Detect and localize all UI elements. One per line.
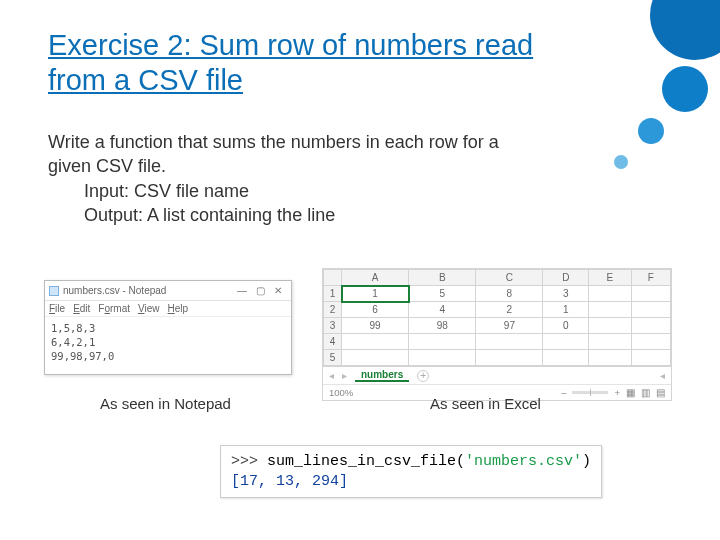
desc-line: Write a function that sums the numbers i… bbox=[48, 130, 518, 179]
cell bbox=[476, 334, 543, 350]
menu-format: Format bbox=[98, 303, 130, 314]
row-header: 2 bbox=[324, 302, 342, 318]
cell: 98 bbox=[409, 318, 476, 334]
col-header: C bbox=[476, 270, 543, 286]
notepad-title: numbers.csv - Notepad bbox=[63, 285, 166, 296]
view-break-icon: ▤ bbox=[656, 387, 665, 398]
row-header: 3 bbox=[324, 318, 342, 334]
table-row: 5 bbox=[324, 350, 671, 366]
cell bbox=[631, 334, 670, 350]
deco-circle-small bbox=[638, 118, 664, 144]
caption-notepad: As seen in Notepad bbox=[100, 395, 231, 412]
col-header: F bbox=[631, 270, 670, 286]
cell bbox=[589, 334, 631, 350]
notepad-icon bbox=[49, 286, 59, 296]
table-row: 1 1 5 8 3 bbox=[324, 286, 671, 302]
row-header: 1 bbox=[324, 286, 342, 302]
menu-view: View bbox=[138, 303, 160, 314]
cell bbox=[409, 350, 476, 366]
tab-prev-icon: ◂ bbox=[329, 370, 334, 381]
sheet-tab: numbers bbox=[355, 369, 409, 382]
cell: 0 bbox=[543, 318, 589, 334]
cell bbox=[543, 334, 589, 350]
cell: 1 bbox=[543, 302, 589, 318]
deco-circle-med bbox=[662, 66, 708, 112]
notepad-menu: File Edit Format View Help bbox=[45, 301, 291, 317]
col-header: D bbox=[543, 270, 589, 286]
slide-title: Exercise 2: Sum row of numbers read from… bbox=[48, 28, 568, 98]
deco-circle-large bbox=[650, 0, 720, 60]
cell bbox=[589, 286, 631, 302]
cell bbox=[342, 350, 409, 366]
row-header: 5 bbox=[324, 350, 342, 366]
cell bbox=[631, 318, 670, 334]
cell: 2 bbox=[476, 302, 543, 318]
excel-corner bbox=[324, 270, 342, 286]
cell bbox=[476, 350, 543, 366]
zoom-in-icon: + bbox=[614, 387, 620, 398]
menu-help: Help bbox=[168, 303, 189, 314]
cell: 99 bbox=[342, 318, 409, 334]
cell: 5 bbox=[409, 286, 476, 302]
cell bbox=[409, 334, 476, 350]
desc-input: Input: CSV file name bbox=[84, 179, 518, 203]
excel-header-row: A B C D E F bbox=[324, 270, 671, 286]
table-row: 3 99 98 97 0 bbox=[324, 318, 671, 334]
col-header: E bbox=[589, 270, 631, 286]
zoom-slider bbox=[572, 391, 608, 394]
menu-edit: Edit bbox=[73, 303, 90, 314]
view-page-icon: ▥ bbox=[641, 387, 650, 398]
cell bbox=[543, 350, 589, 366]
cell: 3 bbox=[543, 286, 589, 302]
maximize-icon: ▢ bbox=[251, 285, 269, 296]
zoom-label: 100% bbox=[329, 387, 353, 398]
string-arg: 'numbers.csv' bbox=[465, 453, 582, 470]
cell: 6 bbox=[342, 302, 409, 318]
excel-tabs: ◂ ▸ numbers + ◂ bbox=[323, 366, 671, 384]
scroll-left-icon: ◂ bbox=[660, 370, 665, 381]
tab-next-icon: ▸ bbox=[342, 370, 347, 381]
menu-file: File bbox=[49, 303, 65, 314]
view-normal-icon: ▦ bbox=[626, 387, 635, 398]
func-name: sum_lines_in_csv_file bbox=[267, 453, 456, 470]
excel-window: A B C D E F 1 1 5 8 3 2 6 4 2 1 3 99 bbox=[322, 268, 672, 401]
close-icon: ✕ bbox=[269, 285, 287, 296]
cell bbox=[342, 334, 409, 350]
cell bbox=[631, 302, 670, 318]
col-header: B bbox=[409, 270, 476, 286]
cell bbox=[589, 302, 631, 318]
excel-grid: A B C D E F 1 1 5 8 3 2 6 4 2 1 3 99 bbox=[323, 269, 671, 366]
col-header: A bbox=[342, 270, 409, 286]
cell: 97 bbox=[476, 318, 543, 334]
cell: 1 bbox=[342, 286, 409, 302]
notepad-window: numbers.csv - Notepad — ▢ ✕ File Edit Fo… bbox=[44, 280, 292, 375]
exercise-description: Write a function that sums the numbers i… bbox=[48, 130, 518, 227]
cell bbox=[589, 318, 631, 334]
row-header: 4 bbox=[324, 334, 342, 350]
minimize-icon: — bbox=[233, 285, 251, 296]
cell: 4 bbox=[409, 302, 476, 318]
code-line-input: >>> sum_lines_in_csv_file('numbers.csv') bbox=[231, 452, 591, 472]
notepad-content: 1,5,8,3 6,4,2,1 99,98,97,0 bbox=[45, 317, 291, 374]
notepad-titlebar: numbers.csv - Notepad — ▢ ✕ bbox=[45, 281, 291, 301]
cell: 8 bbox=[476, 286, 543, 302]
cell bbox=[589, 350, 631, 366]
python-shell-box: >>> sum_lines_in_csv_file('numbers.csv')… bbox=[220, 445, 602, 498]
zoom-out-icon: – bbox=[561, 387, 566, 398]
table-row: 2 6 4 2 1 bbox=[324, 302, 671, 318]
prompt: >>> bbox=[231, 453, 267, 470]
paren-close: ) bbox=[582, 453, 591, 470]
zoom-controls: – + ▦ ▥ ▤ bbox=[561, 387, 665, 398]
paren-open: ( bbox=[456, 453, 465, 470]
code-output: [17, 13, 294] bbox=[231, 472, 591, 492]
table-row: 4 bbox=[324, 334, 671, 350]
caption-excel: As seen in Excel bbox=[430, 395, 541, 412]
cell bbox=[631, 350, 670, 366]
add-sheet-icon: + bbox=[417, 370, 429, 382]
deco-circle-xsmall bbox=[614, 155, 628, 169]
desc-output: Output: A list containing the line bbox=[84, 203, 518, 227]
cell bbox=[631, 286, 670, 302]
